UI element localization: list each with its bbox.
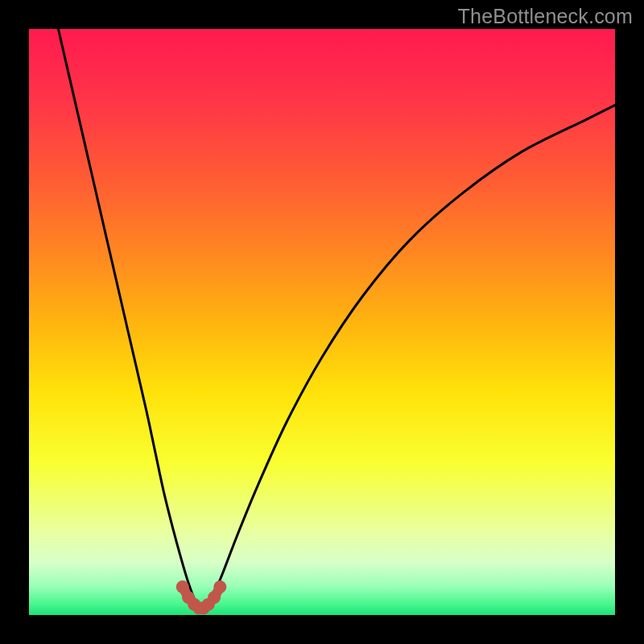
curve-left-branch [58,29,199,609]
curve-right-branch [204,105,615,609]
marker-dot [213,580,226,593]
bottom-marker-dots [176,580,227,614]
plot-area [29,29,615,615]
chart-frame: TheBottleneck.com [0,0,644,644]
curve-layer [29,29,615,615]
watermark-text: TheBottleneck.com [458,5,633,28]
